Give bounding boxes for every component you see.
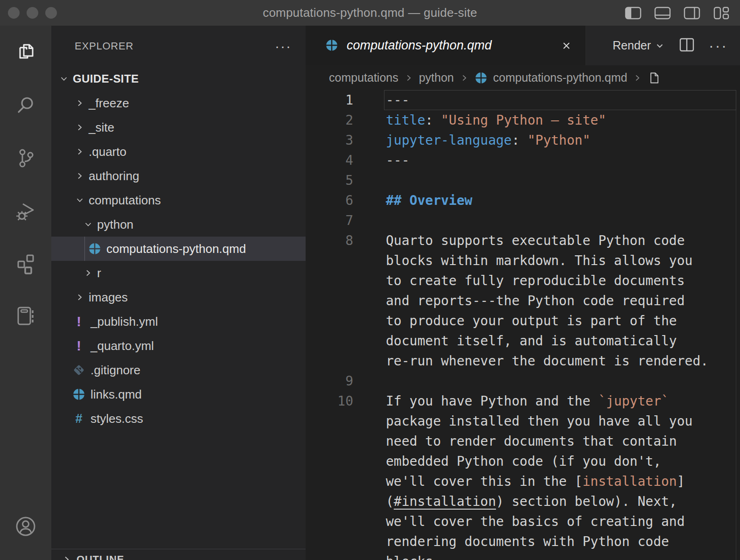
split-editor-icon[interactable] (679, 37, 695, 54)
source-control-icon[interactable] (0, 131, 51, 184)
tree-item-label: _quarto.yml (91, 339, 154, 353)
tree-item-label: links.qmd (91, 387, 142, 402)
code-line[interactable]: we'll cover this in the [installation] (306, 471, 740, 491)
tree-root-label: GUIDE-SITE (73, 72, 139, 85)
outline-section: OUTLINE (51, 549, 306, 560)
minimize-window-button[interactable] (27, 7, 38, 19)
tree-item-r[interactable]: r (51, 261, 306, 285)
file-tree: GUIDE-SITE_freeze_site.quartoauthoringco… (51, 67, 306, 431)
chevron-down-icon (59, 74, 69, 84)
zoom-window-button[interactable] (45, 7, 57, 19)
tree-item-styles-css[interactable]: #styles.css (51, 406, 306, 431)
tree-item-label: _site (89, 120, 114, 135)
breadcrumb-item[interactable]: computations-python.qmd (493, 71, 628, 84)
quarto-icon (72, 388, 85, 401)
explorer-sidebar: EXPLORER ··· GUIDE-SITE_freeze_site.quar… (51, 26, 306, 560)
code-line[interactable]: 4--- (306, 150, 740, 170)
close-tab-icon[interactable] (560, 40, 572, 52)
tree-item-label: python (97, 217, 133, 232)
line-number: 2 (306, 110, 353, 130)
tree-item--freeze[interactable]: _freeze (51, 91, 306, 115)
run-and-debug-icon[interactable] (0, 184, 51, 237)
quarto-icon (475, 71, 488, 84)
tab-bar: computations-python.qmd Render ··· (306, 26, 740, 65)
outline-header[interactable]: OUTLINE (51, 549, 306, 560)
quarto-icon (88, 242, 101, 255)
tree-item-authoring[interactable]: authoring (51, 164, 306, 188)
breadcrumb-item[interactable]: python (419, 71, 454, 84)
code-line[interactable]: blocks. (306, 552, 740, 560)
quarto-icon (325, 39, 338, 52)
code-line[interactable]: 8Quarto supports executable Python code (306, 231, 740, 251)
chevron-down-icon (655, 41, 665, 51)
code-line[interactable]: 2title: "Using Python — site" (306, 110, 740, 130)
code-line[interactable]: re-run whenever the document is rendered… (306, 351, 740, 371)
close-window-button[interactable] (8, 7, 20, 19)
code-line[interactable]: and reports---the Python code required (306, 291, 740, 311)
code-line[interactable]: embedded Python code (if you don't, (306, 451, 740, 471)
code-line[interactable]: need to render documents that contain (306, 431, 740, 451)
explorer-icon[interactable] (0, 26, 51, 78)
file-breadcrumb-icon (648, 71, 661, 84)
line-number: 10 (306, 391, 353, 411)
explorer-more-actions-icon[interactable]: ··· (275, 42, 292, 51)
tab-computations-python-qmd[interactable]: computations-python.qmd (306, 26, 586, 65)
tree-item-computations[interactable]: computations (51, 188, 306, 212)
editor-group: computations-python.qmd Render ··· (306, 26, 740, 560)
tree-item-links-qmd[interactable]: links.qmd (51, 382, 306, 406)
vscode-window: computations-python.qmd — guide-site (0, 0, 740, 560)
chevron-right-icon (75, 292, 85, 302)
breadcrumb-separator-icon (404, 73, 413, 83)
tree-item-python[interactable]: python (51, 212, 306, 237)
code-line[interactable]: to create fully reproducible documents (306, 271, 740, 291)
code-line[interactable]: 5 (306, 170, 740, 190)
code-line[interactable]: rendering documents with Python code (306, 532, 740, 552)
code-line[interactable]: blocks within markdown. This allows you (306, 251, 740, 271)
code-line[interactable]: 10If you have Python and the `jupyter` (306, 391, 740, 411)
titlebar: computations-python.qmd — guide-site (0, 0, 740, 26)
code-line[interactable]: 3jupyter-language: "Python" (306, 130, 740, 150)
code-line[interactable]: 7 (306, 210, 740, 231)
code-line[interactable]: 1--- (306, 90, 740, 110)
customize-layout-icon[interactable] (713, 6, 730, 20)
tree-item--quarto[interactable]: .quarto (51, 140, 306, 164)
tree-item--site[interactable]: _site (51, 115, 306, 140)
editor-more-actions-icon[interactable]: ··· (709, 41, 728, 50)
quarto-file-icon (325, 39, 339, 53)
breadcrumb-separator-icon (633, 73, 642, 83)
tree-item-label: .quarto (89, 145, 126, 159)
account-icon[interactable] (0, 515, 51, 538)
tree-item--gitignore[interactable]: .gitignore (51, 358, 306, 382)
tree-item-computations-python-qmd[interactable]: computations-python.qmd (51, 237, 306, 261)
tree-item-images[interactable]: images (51, 285, 306, 309)
yaml-icon: ! (77, 338, 81, 354)
tree-root-guide-site[interactable]: GUIDE-SITE (51, 67, 306, 91)
code-line[interactable]: 9 (306, 371, 740, 391)
tree-item--publish-yml[interactable]: !_publish.yml (51, 309, 306, 334)
traffic-lights (8, 0, 57, 26)
chevron-down-icon (75, 195, 85, 205)
render-button[interactable]: Render (613, 39, 665, 52)
chevron-right-icon (75, 147, 85, 157)
tree-item-label: images (89, 290, 128, 305)
code-line[interactable]: (#installation) section below). Next, (306, 491, 740, 511)
chevron-right-icon (83, 268, 93, 278)
extensions-icon[interactable] (0, 237, 51, 289)
toggle-primary-sidebar-icon[interactable] (625, 6, 642, 20)
css-icon: # (75, 412, 82, 426)
line-number: 7 (306, 210, 353, 231)
toggle-secondary-sidebar-icon[interactable] (684, 6, 700, 20)
breadcrumb-item[interactable]: computations (329, 71, 398, 84)
code-line[interactable]: we'll cover the basics of creating and (306, 511, 740, 532)
code-line[interactable]: 6## Overview (306, 190, 740, 210)
code-line[interactable]: document itself, and is automatically (306, 331, 740, 351)
code-editor[interactable]: 1---2title: "Using Python — site"3jupyte… (306, 90, 740, 560)
code-line[interactable]: to produce your output is part of the (306, 311, 740, 331)
search-icon[interactable] (0, 78, 51, 131)
code-line[interactable]: package installed then you have all you (306, 411, 740, 431)
notebook-icon[interactable] (0, 289, 51, 342)
tree-item--quarto-yml[interactable]: !_quarto.yml (51, 334, 306, 358)
chevron-right-icon (75, 171, 85, 181)
toggle-panel-icon[interactable] (654, 6, 671, 20)
git-icon (72, 363, 86, 377)
